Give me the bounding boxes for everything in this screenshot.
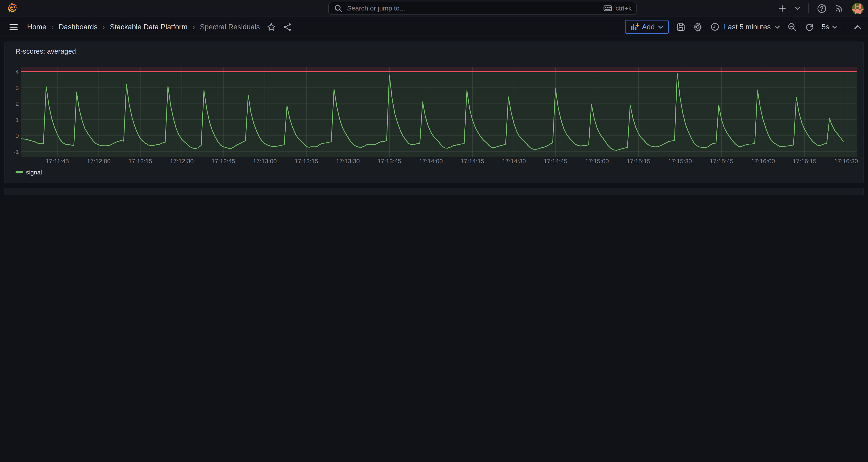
breadcrumb-home[interactable]: Home [27, 23, 46, 31]
top-bar: Search or jump to... ctrl+k [0, 0, 868, 17]
panel-title[interactable]: R-scores [16, 194, 43, 195]
legend-label: signal [26, 169, 42, 175]
x-tick-label: 17:11:45 [46, 158, 69, 165]
breadcrumb-current: Spectral Residuals [200, 23, 260, 31]
x-tick-label: 17:15:15 [627, 158, 650, 165]
y-tick-label: 1 [16, 116, 19, 123]
search-placeholder: Search or jump to... [347, 4, 603, 12]
threshold-region-above [21, 67, 857, 72]
zoom-out-icon[interactable] [787, 22, 797, 32]
threshold-region-below [21, 72, 857, 157]
clock-icon [710, 22, 720, 32]
breadcrumb-separator: › [193, 23, 195, 31]
x-tick-label: 17:14:45 [544, 158, 567, 165]
x-tick-label: 17:14:00 [419, 158, 443, 165]
breadcrumb-separator: › [51, 23, 54, 31]
favorite-star-icon[interactable] [267, 22, 277, 32]
help-icon[interactable] [816, 3, 827, 13]
search-icon [333, 3, 343, 13]
add-button-label: Add [642, 23, 655, 31]
x-tick-label: 17:16:15 [793, 158, 816, 165]
breadcrumb-dashboards[interactable]: Dashboards [59, 23, 97, 31]
breadcrumb-separator: › [102, 23, 105, 31]
x-tick-label: 17:12:15 [128, 158, 152, 165]
new-chevron-down-icon[interactable] [795, 3, 801, 13]
grafana-dashboard: Search or jump to... ctrl+k [0, 0, 868, 195]
kiosk-chevron-up-icon[interactable] [852, 22, 863, 32]
search-shortcut-text: ctrl+k [616, 4, 631, 12]
refresh-icon[interactable] [805, 22, 815, 32]
new-plus-button[interactable] [777, 3, 787, 13]
menu-hamburger-icon[interactable] [8, 22, 19, 32]
search-shortcut: ctrl+k [603, 3, 632, 13]
time-range-chevron-down-icon [775, 25, 780, 28]
add-panel-icon [630, 23, 639, 31]
breadcrumb-folder[interactable]: Stackable Data Platform [110, 23, 187, 31]
x-tick-label: 17:14:15 [461, 158, 484, 165]
time-range-label: Last 5 minutes [724, 23, 771, 31]
x-tick-label: 17:15:30 [668, 158, 692, 165]
x-tick-label: 17:14:30 [502, 158, 526, 165]
x-tick-label: 17:13:45 [377, 158, 401, 165]
y-tick-label: -1 [13, 148, 19, 155]
x-tick-label: 17:13:00 [253, 158, 277, 165]
legend-swatch [16, 171, 23, 173]
news-rss-icon[interactable] [834, 3, 844, 13]
interval-chevron-down-icon [832, 25, 838, 28]
panel-r-scores: R-scores 12.5107.552.50-2.517:11:4517:12… [4, 188, 864, 195]
keyboard-icon [603, 3, 613, 13]
refresh-interval-picker[interactable]: 5s [822, 23, 837, 31]
x-tick-label: 17:13:15 [294, 158, 318, 165]
dashboard-settings-gear-icon[interactable] [693, 22, 703, 32]
breadcrumb: Home › Dashboards › Stackable Data Platf… [27, 23, 260, 31]
save-dashboard-icon[interactable] [676, 22, 686, 32]
add-chevron-down-icon [658, 25, 663, 28]
panel1-chart[interactable]: 43210-117:11:4517:12:0017:12:1517:12:301… [5, 63, 863, 170]
dashboard-toolbar: Add Last 5 minutes [625, 17, 863, 37]
refresh-interval-label: 5s [822, 23, 829, 31]
add-button[interactable]: Add [625, 20, 669, 34]
panel1-legend: signal [16, 169, 42, 175]
y-tick-label: 4 [16, 68, 19, 75]
panel-r-scores-averaged: R-scores: averaged 43210-117:11:4517:12:… [4, 41, 864, 183]
time-range-picker[interactable]: Last 5 minutes [710, 22, 780, 32]
x-tick-label: 17:16:00 [751, 158, 775, 165]
topbar-divider [808, 3, 809, 13]
share-icon[interactable] [283, 22, 292, 32]
legend-item-signal[interactable]: signal [16, 169, 42, 175]
x-tick-label: 17:15:45 [710, 158, 734, 165]
x-tick-label: 17:12:30 [170, 158, 194, 165]
toolbar-divider [845, 22, 845, 32]
x-tick-label: 17:15:00 [585, 158, 609, 165]
y-tick-label: 0 [16, 132, 19, 139]
panel-title[interactable]: R-scores: averaged [16, 48, 76, 55]
search-input[interactable]: Search or jump to... ctrl+k [328, 2, 637, 15]
y-tick-label: 2 [16, 100, 19, 107]
x-tick-label: 17:16:30 [834, 158, 858, 165]
x-tick-label: 17:13:30 [336, 158, 360, 165]
grafana-logo[interactable] [6, 3, 18, 14]
dashboard-nav-row: Home › Dashboards › Stackable Data Platf… [0, 17, 868, 37]
x-tick-label: 17:12:00 [87, 158, 111, 165]
user-avatar[interactable] [852, 3, 864, 14]
topbar-right-actions [777, 0, 864, 17]
dashboard-title-actions [267, 22, 292, 32]
y-tick-label: 3 [16, 85, 19, 91]
x-tick-label: 17:12:45 [212, 158, 235, 165]
